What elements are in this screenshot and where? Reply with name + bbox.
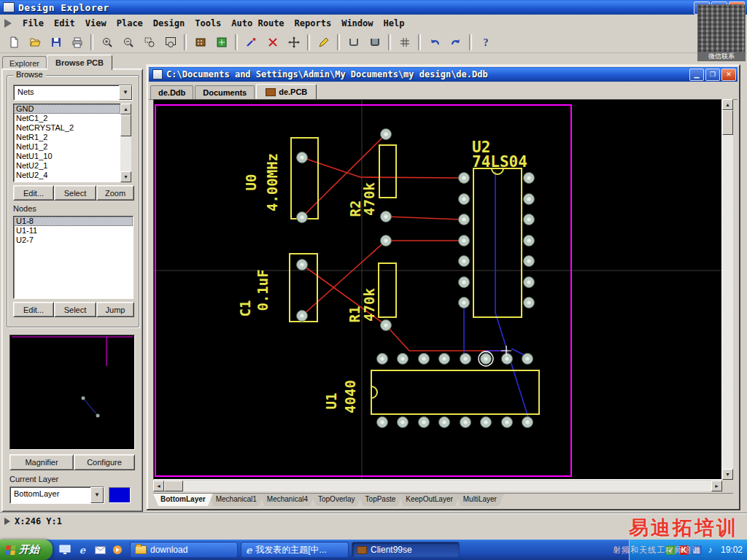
scroll-down-icon[interactable]: ▼ [120, 171, 131, 182]
move-icon[interactable] [284, 33, 303, 52]
layer-tab-multilayer[interactable]: MultiLayer [456, 494, 504, 506]
zoom-out-icon[interactable] [118, 33, 138, 52]
active-document-icon[interactable] [4, 19, 12, 28]
taskbar-item-client99se[interactable]: Client99se [352, 542, 460, 558]
pcb-trace[interactable] [495, 171, 528, 421]
scroll-thumb[interactable] [120, 114, 131, 136]
grid-icon[interactable] [395, 33, 414, 52]
layer-tab-keepoutlayer[interactable]: KeepOutLayer [398, 494, 460, 506]
node-item[interactable]: U1-11 [14, 226, 133, 236]
copper-pour-filled-icon[interactable] [365, 33, 384, 52]
doc-close-button[interactable]: ✕ [721, 69, 736, 81]
tab-de-pcb[interactable]: de.PCB [256, 84, 317, 99]
save-icon[interactable] [46, 33, 66, 52]
wire-icon[interactable] [241, 33, 261, 52]
chevron-down-icon[interactable]: ▼ [90, 487, 104, 503]
copper-pour-icon[interactable] [344, 33, 363, 52]
tab-de-ddb[interactable]: de.Ddb [150, 85, 193, 99]
canvas-hscrollbar[interactable]: ◄ ► [153, 481, 722, 491]
outlook-express-icon[interactable] [93, 543, 107, 556]
net-item[interactable]: GND [14, 104, 120, 114]
tab-documents[interactable]: Documents [195, 85, 255, 99]
component-U2[interactable] [473, 168, 522, 317]
doc-minimize-button[interactable]: ▁ [689, 69, 704, 81]
pen-icon[interactable] [314, 33, 333, 52]
layer-color-swatch[interactable] [109, 487, 131, 503]
net-item[interactable]: NetC1_2 [14, 114, 120, 123]
internet-explorer-icon[interactable]: e [76, 543, 89, 556]
scroll-down-icon[interactable]: ▼ [722, 469, 733, 480]
configure-button[interactable]: Configure [74, 454, 135, 470]
scroll-up-icon[interactable]: ▲ [120, 104, 131, 114]
nets-select-button[interactable]: Select [54, 185, 96, 201]
nets-zoom-button[interactable]: Zoom [96, 185, 134, 201]
taskbar-item-forum[interactable]: e 我发表的主题[中... [241, 542, 349, 558]
menu-design[interactable]: Design [148, 16, 190, 31]
menu-auto-route[interactable]: Auto Route [226, 16, 289, 31]
scroll-right-icon[interactable]: ► [711, 481, 722, 491]
net-item[interactable]: NetR1_2 [14, 133, 120, 142]
net-item[interactable]: NetU1_2 [14, 142, 120, 152]
nodes-list[interactable]: U1-8 U1-11 U2-7 [13, 216, 133, 299]
zoom-all-icon[interactable] [160, 33, 180, 52]
open-icon[interactable] [25, 33, 44, 52]
node-item[interactable]: U2-7 [14, 236, 133, 245]
component-R2[interactable] [379, 145, 396, 198]
menu-reports[interactable]: Reports [290, 16, 337, 31]
nodes-edit-button[interactable]: Edit... [13, 302, 54, 317]
zoom-in-icon[interactable] [97, 33, 117, 52]
zoom-area-icon[interactable] [139, 33, 159, 52]
menu-window[interactable]: Window [336, 16, 378, 31]
canvas-vscrollbar[interactable]: ▲ ▼ [722, 99, 733, 480]
pcb-editor-canvas[interactable]: U274LS04U04.00MHzR2470kC10.1uFR1470kU140… [153, 99, 722, 480]
magnifier-button[interactable]: Magnifier [9, 454, 74, 470]
net-item[interactable]: NetU1_10 [14, 152, 120, 161]
print-icon[interactable] [67, 33, 87, 52]
nets-scrollbar[interactable]: ▲ ▼ [120, 104, 131, 182]
pcb-trace[interactable] [302, 241, 464, 316]
nets-list[interactable]: GND NetC1_2 NetCRYSTAL_2 NetR1_2 NetU1_2… [13, 104, 121, 182]
nodes-jump-button[interactable]: Jump [96, 302, 134, 317]
pcb-trace[interactable] [386, 217, 464, 219]
component-U0[interactable] [291, 138, 318, 219]
undo-icon[interactable] [425, 33, 444, 52]
component-U1[interactable] [371, 370, 539, 414]
pcb-canvas[interactable]: U274LS04U04.00MHzR2470kC10.1uFR1470kU140… [154, 100, 721, 479]
layer-tab-mechanical1[interactable]: Mechanical1 [209, 494, 264, 506]
document-titlebar[interactable]: C:\Documents and Settings\Admin\My Docum… [149, 67, 738, 82]
scroll-thumb[interactable] [722, 110, 733, 135]
nets-edit-button[interactable]: Edit... [13, 185, 54, 201]
menu-edit[interactable]: Edit [49, 16, 80, 31]
new-document-icon[interactable] [4, 33, 23, 52]
taskbar-clock[interactable]: 19:02 [721, 545, 743, 555]
scroll-left-icon[interactable]: ◄ [153, 481, 164, 491]
net-item[interactable]: NetU2_4 [14, 171, 120, 180]
tab-browse-pcb[interactable]: Browse PCB [47, 55, 112, 70]
browse-mode-select[interactable]: Nets ▼ [13, 85, 133, 101]
net-item[interactable]: NetU2_1 [14, 161, 120, 171]
layer-tab-toppaste[interactable]: TopPaste [358, 494, 403, 506]
menu-tools[interactable]: Tools [190, 16, 226, 31]
menu-view[interactable]: View [80, 16, 112, 31]
board-preview[interactable] [9, 335, 135, 450]
nodes-select-button[interactable]: Select [54, 302, 96, 317]
net-item[interactable]: NetCRYSTAL_2 [14, 123, 120, 133]
menu-place[interactable]: Place [112, 16, 148, 31]
media-player-icon[interactable] [111, 543, 124, 556]
redo-icon[interactable] [446, 33, 465, 52]
start-button[interactable]: 开始 [0, 540, 53, 560]
volume-icon[interactable]: ♪ [705, 545, 715, 555]
pcb-trace[interactable] [302, 158, 464, 178]
menu-help[interactable]: Help [379, 16, 410, 31]
layer-tab-topoverlay[interactable]: TopOverlay [311, 494, 363, 506]
menu-file[interactable]: File [18, 16, 49, 31]
node-item[interactable]: U1-8 [14, 217, 133, 226]
scroll-up-icon[interactable]: ▲ [722, 99, 733, 110]
taskbar-item-download[interactable]: download [130, 542, 238, 558]
netlist-icon[interactable] [212, 33, 231, 52]
component-R1[interactable] [379, 263, 396, 317]
scroll-thumb[interactable] [164, 481, 183, 491]
chevron-down-icon[interactable]: ▼ [119, 85, 132, 100]
current-layer-select[interactable]: BottomLayer ▼ [9, 486, 104, 504]
board-icon[interactable] [190, 33, 210, 52]
